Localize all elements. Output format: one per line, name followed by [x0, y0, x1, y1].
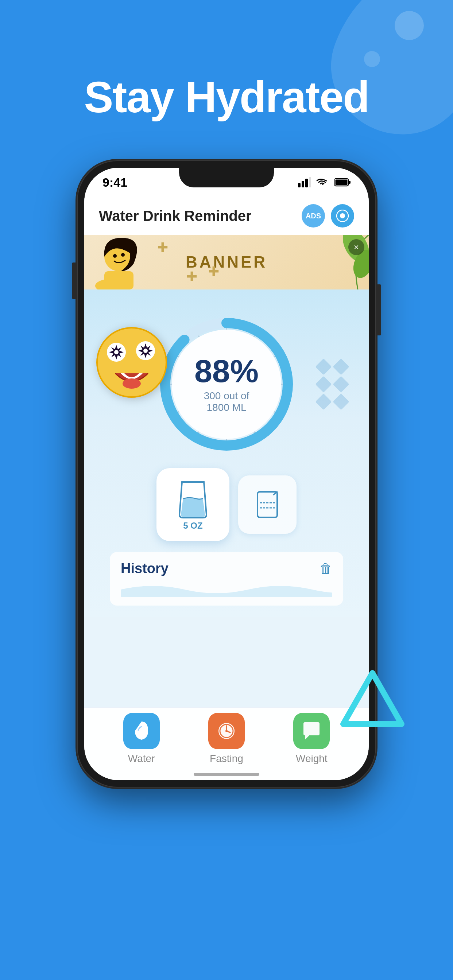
svg-rect-5 [335, 180, 348, 185]
bottom-navigation: Water Fasting [84, 707, 369, 780]
banner-plus-2: ✚ [208, 264, 219, 279]
nav-water-icon [131, 720, 152, 742]
svg-rect-0 [298, 183, 301, 188]
svg-rect-1 [301, 181, 304, 188]
water-glass-icon-large [177, 478, 209, 519]
history-wave [121, 582, 332, 597]
diamond-5 [315, 393, 332, 410]
app-title: Water Drink Reminder [99, 208, 252, 224]
main-content: 88% 300 out of 1800 ML [84, 290, 369, 617]
svg-point-44 [225, 730, 228, 732]
banner-plus-3: ✚ [187, 269, 197, 285]
ads-button[interactable]: ADS [301, 204, 325, 228]
settings-button[interactable] [331, 204, 354, 228]
nav-weight-icon-bg [293, 713, 330, 749]
drink-secondary-button[interactable] [238, 476, 297, 534]
progress-section: 88% 300 out of 1800 ML [99, 304, 354, 465]
svg-rect-6 [349, 181, 351, 184]
bg-decoration-circle-sm [364, 51, 380, 67]
svg-point-12 [121, 253, 125, 257]
history-section: History 🗑 [110, 552, 343, 606]
banner-close-button[interactable]: × [348, 239, 364, 255]
progress-ring-container[interactable]: 88% 300 out of 1800 ML [157, 315, 296, 453]
home-indicator [194, 773, 259, 776]
nav-water-label: Water [128, 753, 155, 765]
svg-point-18 [114, 350, 118, 355]
status-time: 9:41 [102, 175, 127, 189]
phone-frame: 9:41 [77, 161, 376, 788]
star-eyes-emoji [95, 326, 168, 399]
banner-ad[interactable]: ✚ ✚ ✚ BANNER × [84, 235, 369, 290]
banner-girl-illustration [84, 235, 150, 290]
nav-item-water[interactable]: Water [123, 713, 160, 765]
phone-screen: 9:41 [84, 168, 369, 780]
banner-plus-1: ✚ [157, 240, 168, 255]
nav-fasting-icon [216, 721, 237, 741]
progress-text: 88% 300 out of 1800 ML [192, 355, 261, 414]
nav-item-fasting[interactable]: Fasting [208, 713, 245, 765]
phone-mockup: 9:41 [77, 161, 376, 788]
status-bar: 9:41 [84, 168, 369, 197]
svg-rect-13 [104, 271, 134, 290]
svg-rect-37 [257, 492, 277, 517]
svg-point-20 [144, 348, 148, 353]
app-header: Water Drink Reminder ADS [84, 197, 369, 235]
battery-icon [335, 178, 351, 187]
oz-label: 5 OZ [183, 520, 203, 531]
svg-marker-45 [343, 673, 402, 724]
page-headline: Stay Hydrated [0, 73, 453, 121]
status-icons [298, 177, 351, 188]
signal-icon [298, 177, 311, 188]
nav-weight-icon [301, 721, 322, 741]
nav-fasting-icon-bg [208, 713, 245, 749]
diamond-3 [315, 376, 332, 392]
nav-item-weight[interactable]: Weight [293, 713, 330, 765]
svg-rect-2 [305, 179, 308, 188]
diamond-6 [333, 393, 349, 410]
nav-water-icon-bg [123, 713, 160, 749]
diamond-1 [315, 358, 332, 375]
svg-point-11 [113, 254, 117, 258]
nav-weight-label: Weight [296, 753, 327, 765]
progress-detail: 300 out of 1800 ML [192, 390, 261, 414]
nav-fasting-label: Fasting [210, 753, 243, 765]
svg-point-8 [340, 213, 345, 218]
bottom-triangle-decoration [340, 670, 405, 729]
wifi-icon [316, 177, 329, 188]
bg-decoration-circle-lg [395, 11, 424, 40]
progress-percent: 88% [192, 355, 261, 387]
drink-buttons-container: 5 OZ [99, 468, 354, 541]
diamond-2 [333, 358, 349, 375]
settings-icon [336, 210, 349, 222]
diamond-4 [333, 376, 349, 392]
svg-rect-3 [309, 177, 311, 188]
svg-point-21 [123, 379, 141, 389]
custom-glass-icon [255, 489, 280, 520]
notch [179, 168, 274, 188]
history-delete-icon[interactable]: 🗑 [319, 561, 332, 576]
header-buttons: ADS [301, 204, 354, 228]
drink-main-button[interactable]: 5 OZ [156, 468, 230, 541]
banner-text: BANNER [186, 253, 267, 271]
diamond-decorations [318, 361, 347, 407]
history-title: History [121, 561, 169, 576]
emoji-mascot [95, 326, 168, 399]
